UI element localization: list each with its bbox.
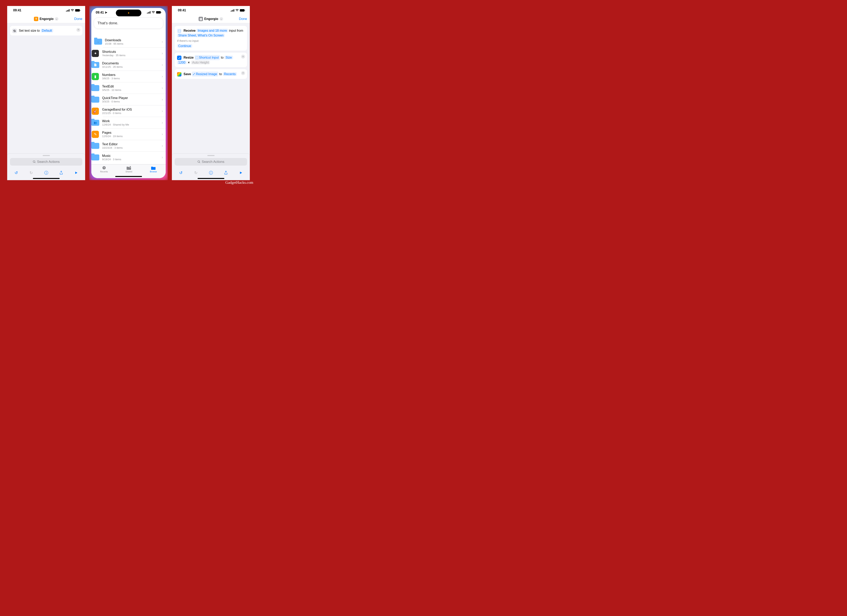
search-icon <box>198 160 201 164</box>
action-text-value[interactable]: Default <box>41 29 53 32</box>
file-subtitle: 9/19/24 · 3 items <box>102 158 159 161</box>
done-button[interactable]: Done <box>239 17 247 21</box>
receive-fallback[interactable]: Continue <box>177 44 192 48</box>
delete-action-button[interactable]: ✕ <box>241 71 245 75</box>
redo-button: ↻ <box>192 170 200 175</box>
home-indicator[interactable] <box>198 178 224 179</box>
delete-action-button[interactable]: ✕ <box>241 55 245 59</box>
undo-button[interactable]: ↺ <box>12 170 20 175</box>
file-row[interactable]: 👥Work12/6/24 · Shared by Me› <box>103 117 166 128</box>
file-row[interactable]: 📄Documents3/11/25 · 26 items› <box>103 59 166 71</box>
tab-recents[interactable]: Recents <box>100 166 108 173</box>
cell-signal-icon <box>147 11 151 13</box>
file-row[interactable]: 🎸GarageBand for iOS2/21/25 · 0 items› <box>103 105 166 117</box>
file-subtitle: 3/5/25 · 10 items <box>102 88 159 91</box>
receive-types[interactable]: Images and 18 more <box>196 29 228 32</box>
search-actions-field[interactable]: Search Actions <box>10 158 82 166</box>
battery-icon <box>240 9 245 12</box>
wifi-icon <box>71 9 74 12</box>
siri-response-card[interactable]: That's done. <box>94 18 163 29</box>
chevron-down-icon[interactable]: ⌄ <box>55 17 58 21</box>
resize-width[interactable]: 1200 <box>177 60 187 64</box>
undo-button[interactable]: ↺ <box>177 170 185 175</box>
resize-height[interactable]: Auto Height <box>191 60 210 64</box>
action-resize-image[interactable]: ⤢ Resize ⬚ Shortcut Input to Size 1200 ×… <box>175 53 247 67</box>
file-subtitle: 10/23/24 · 3 items <box>102 146 159 149</box>
shortcut-name: Engorgio <box>40 17 53 21</box>
file-subtitle: 2/21/25 · 0 items <box>102 112 159 115</box>
save-to: to <box>219 72 222 76</box>
tab-browse[interactable]: Browse <box>150 166 157 173</box>
action-receive-input[interactable]: ⬚ Receive Images and 18 more input from … <box>175 26 247 51</box>
file-row[interactable]: ✎Pages12/5/24 · 19 items› <box>103 128 166 140</box>
clock-icon <box>102 166 106 170</box>
drawer-grabber[interactable] <box>207 155 214 156</box>
watermark: GadgetHacks.com <box>225 180 253 185</box>
chevron-right-icon: › <box>162 97 163 102</box>
chevron-right-icon: › <box>162 74 163 78</box>
files-list[interactable]: ↓Downloads15:08 · 65 items›✦ShortcutsYes… <box>91 36 166 164</box>
info-button[interactable]: ⓘ <box>207 170 215 175</box>
file-row[interactable]: ✦ShortcutsYesterday · 35 items› <box>103 47 166 59</box>
wifi-icon <box>236 9 239 12</box>
tab-shared[interactable]: Shared <box>125 166 132 173</box>
resize-size-label[interactable]: Size <box>224 56 233 59</box>
save-input-var[interactable]: ⤢ Resized Image <box>192 72 218 77</box>
delete-action-button[interactable]: ✕ <box>76 28 80 32</box>
action-text-prefix: Set text size to <box>19 29 40 32</box>
shortcut-title[interactable]: ▧ Engorgio ⌄ <box>197 16 224 22</box>
save-destination[interactable]: Recents <box>223 72 237 76</box>
file-row[interactable]: Text Editor10/23/24 · 3 items› <box>103 140 166 152</box>
share-button[interactable] <box>57 171 65 175</box>
file-name: Pages <box>102 131 159 134</box>
tab-label: Browse <box>150 170 157 173</box>
input-icon: ⬚ <box>177 29 182 33</box>
file-name: Work <box>102 119 159 123</box>
panel-right: 09:41 ▧ Engorgio ⌄ Done ⬚ Receive Images… <box>172 6 250 180</box>
resize-input-var[interactable]: ⬚ Shortcut Input <box>195 55 220 60</box>
panel-center: 09:41 ➤ That's done. ↓Downloads15:08 · 6… <box>89 6 168 180</box>
search-icon <box>33 160 36 164</box>
search-actions-field[interactable]: Search Actions <box>175 158 247 166</box>
folder-icon <box>151 166 156 170</box>
file-row[interactable]: Music9/19/24 · 3 items› <box>103 152 166 163</box>
status-right <box>147 11 161 13</box>
file-subtitle: 3/3/25 · 0 items <box>102 100 159 103</box>
file-row[interactable]: ↓Downloads15:08 · 65 items› <box>91 36 166 47</box>
svg-point-15 <box>130 166 131 167</box>
cell-signal-icon <box>231 9 234 12</box>
drawer-grabber[interactable] <box>43 155 50 156</box>
file-row[interactable]: QuickTime Player3/3/25 · 0 items› <box>103 94 166 105</box>
file-row[interactable]: TextEdit3/5/25 · 10 items› <box>103 82 166 94</box>
action-save-to-photos[interactable]: Save ⤢ Resized Image to Recents ✕ <box>175 69 247 79</box>
run-button[interactable] <box>237 171 245 175</box>
file-name: Numbers <box>102 73 159 77</box>
resize-icon: ⤢ <box>177 56 182 60</box>
action-set-text-size[interactable]: Set text size to Default ✕ <box>10 26 82 35</box>
run-button[interactable] <box>72 171 80 175</box>
chevron-right-icon: › <box>162 132 163 136</box>
home-indicator[interactable] <box>33 178 60 179</box>
info-button[interactable]: ⓘ <box>42 170 50 175</box>
svg-rect-2 <box>68 10 69 12</box>
folder-icon: 👥 <box>91 119 99 126</box>
chevron-right-icon: › <box>162 144 163 148</box>
search-placeholder: Search Actions <box>37 160 60 164</box>
dynamic-island[interactable] <box>116 10 142 16</box>
chevron-down-icon[interactable]: ⌄ <box>220 17 223 21</box>
receive-sources[interactable]: Share Sheet, What's On Screen <box>177 34 225 37</box>
toolbar: ↺ ↻ ⓘ <box>7 167 85 178</box>
actions-drawer[interactable]: Search Actions ↺ ↻ ⓘ <box>172 153 250 180</box>
chevron-right-icon: › <box>162 155 163 159</box>
svg-rect-17 <box>232 10 232 12</box>
battery-icon <box>156 11 161 13</box>
done-button[interactable]: Done <box>74 17 82 21</box>
file-subtitle: 12/5/24 · 19 items <box>102 135 159 138</box>
shortcut-icon: ▧ <box>199 17 203 21</box>
share-button[interactable] <box>222 171 230 175</box>
file-row[interactable]: ▮Numbers3/8/25 · 3 items› <box>103 71 166 82</box>
shortcut-title[interactable]: T Engorgio ⌄ <box>32 16 60 22</box>
search-placeholder: Search Actions <box>202 160 224 164</box>
actions-drawer[interactable]: Search Actions ↺ ↻ ⓘ <box>7 153 85 180</box>
home-indicator[interactable] <box>115 176 142 177</box>
